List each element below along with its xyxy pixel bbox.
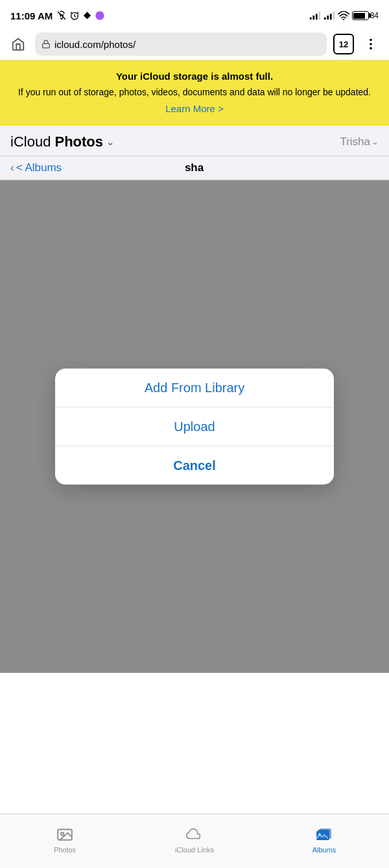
- svg-line-3: [77, 12, 78, 14]
- albums-tab-label: Albums: [312, 846, 336, 854]
- svg-point-5: [96, 11, 104, 19]
- svg-line-2: [71, 12, 72, 14]
- upload-button[interactable]: Upload: [55, 407, 334, 446]
- cloud-icon: [185, 826, 204, 843]
- tab-albums[interactable]: Albums: [259, 825, 389, 854]
- home-icon: [11, 37, 25, 51]
- battery-indicator: 84: [352, 11, 379, 20]
- svg-point-16: [370, 39, 372, 41]
- icloud-brand: iCloud: [10, 134, 54, 150]
- icloud-title: iCloud Photos: [10, 134, 103, 150]
- albums-label: < Albums: [16, 161, 62, 174]
- tab-photos[interactable]: Photos: [0, 825, 130, 854]
- signal-icon-1: [309, 11, 321, 20]
- cancel-button[interactable]: Cancel: [55, 446, 334, 484]
- icloud-links-tab-icon: [185, 825, 204, 843]
- photos-icon: [56, 826, 73, 843]
- svg-rect-23: [316, 831, 328, 840]
- svg-point-14: [343, 19, 344, 20]
- three-dots-icon: [364, 37, 378, 51]
- home-button[interactable]: [8, 34, 29, 54]
- status-icons-right: 84: [309, 11, 379, 20]
- svg-rect-8: [316, 14, 318, 19]
- svg-rect-11: [327, 16, 329, 19]
- signal-icon-2: [324, 11, 335, 20]
- browser-bar: icloud.com/photos/ 12: [0, 29, 389, 60]
- svg-point-20: [61, 832, 64, 835]
- status-time: 11:09 AM: [10, 10, 53, 21]
- svg-rect-7: [312, 16, 314, 19]
- main-content: Add From Library Upload Cancel: [0, 180, 389, 673]
- more-button[interactable]: [360, 34, 381, 54]
- svg-rect-12: [330, 14, 332, 19]
- photos-tab-label: Photos: [54, 846, 76, 854]
- storage-warning-body: If you run out of storage, photos, video…: [13, 86, 376, 99]
- photos-tab-icon: [56, 825, 74, 843]
- action-sheet: Add From Library Upload Cancel: [55, 368, 334, 484]
- svg-rect-15: [43, 43, 50, 47]
- icloud-user-name: Trisha: [340, 135, 370, 148]
- learn-more-link[interactable]: Learn More >: [165, 102, 224, 117]
- icloud-user[interactable]: Trisha ⌄: [340, 135, 379, 148]
- svg-rect-10: [324, 18, 326, 20]
- storage-warning-banner: Your iCloud storage is almost full. If y…: [0, 60, 389, 126]
- nav-title: sha: [62, 161, 327, 174]
- svg-rect-9: [318, 12, 320, 20]
- svg-point-17: [370, 43, 372, 45]
- icloud-chevron[interactable]: ⌄: [106, 136, 115, 148]
- svg-marker-4: [84, 12, 91, 19]
- status-icons-left: [56, 10, 105, 21]
- bottom-tab-bar: Photos iCloud Links Albums: [0, 814, 389, 868]
- tab-icloud-links[interactable]: iCloud Links: [130, 825, 259, 854]
- mute-icon: [56, 10, 67, 21]
- navigation-icon: [82, 11, 92, 21]
- user-chevron: ⌄: [371, 137, 379, 147]
- lock-icon: [41, 40, 51, 49]
- tab-count-button[interactable]: 12: [333, 34, 354, 54]
- back-chevron: ‹: [10, 161, 14, 174]
- wifi-icon: [338, 11, 349, 20]
- svg-point-18: [370, 47, 372, 50]
- storage-warning-title: Your iCloud storage is almost full.: [13, 69, 376, 84]
- albums-back-button[interactable]: ‹ < Albums: [10, 161, 62, 174]
- status-bar: 11:09 AM: [0, 0, 389, 29]
- add-from-library-button[interactable]: Add From Library: [55, 368, 334, 407]
- battery-level: 84: [370, 11, 379, 20]
- url-text: icloud.com/photos/: [54, 39, 320, 50]
- albums-icon: [315, 826, 333, 843]
- address-bar[interactable]: icloud.com/photos/: [35, 32, 327, 56]
- svg-rect-13: [333, 12, 335, 20]
- icloud-links-tab-label: iCloud Links: [175, 846, 214, 854]
- nav-row: ‹ < Albums sha: [0, 156, 389, 180]
- icloud-header: iCloud Photos ⌄ Trisha ⌄: [0, 126, 389, 156]
- colored-dot-icon: [95, 10, 105, 21]
- alarm-icon: [69, 10, 80, 21]
- albums-tab-icon: [315, 825, 333, 843]
- svg-rect-6: [310, 18, 312, 20]
- icloud-section: Photos: [54, 134, 103, 150]
